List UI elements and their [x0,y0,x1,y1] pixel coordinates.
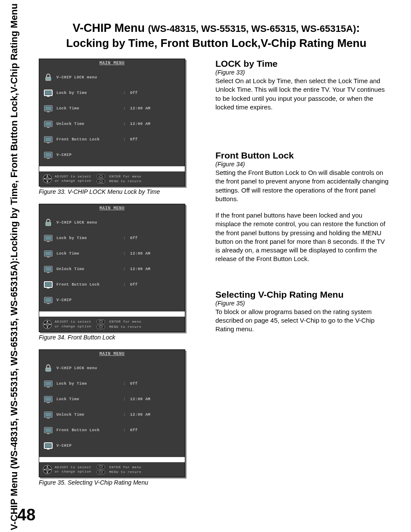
svg-rect-11 [45,137,51,141]
menu-row-sep: : [122,283,127,287]
menu-row-2[interactable]: Unlock Time:12:00 AM [44,116,181,132]
menu-row-sep: : [122,106,127,111]
menu-row-sep: : [122,137,127,142]
figure-35-screenshot: MAIN MENUV-CHIP LOCK menuLock by Time:Of… [39,349,185,477]
menu-row-4[interactable]: V-CHIP [44,438,181,454]
front-button-lock-body2: If the front panel buttons have been loc… [215,211,389,264]
lock-icon [44,364,53,373]
nav-dpad-icon [43,320,52,329]
menu-row-1[interactable]: Lock Time:12:00 AM [44,101,181,116]
title-models: (WS-48315, WS-55315, WS-65315, WS-65315A… [148,23,356,34]
menu-row-label: Lock Time [56,252,119,256]
menu-row-label: Unlock Time [56,267,119,271]
vchip-rating-figref: (Figure 35) [215,300,389,307]
menu-row-2[interactable]: Unlock Time:12:00 AM [44,261,181,277]
screenshot-footer: ADJUST to selector change optionENTER fo… [39,457,185,477]
menu-row-label: Lock Time [56,106,119,111]
svg-point-17 [46,177,49,180]
tv-icon [44,264,53,274]
menu-row-label: Lock by Time [56,382,119,386]
menu-row-1[interactable]: Lock Time:12:00 AM [44,392,181,407]
figure-35-caption: Figure 35. Selecting V-Chip Rating Menu [39,479,185,486]
svg-rect-38 [45,382,51,386]
menu-row-0[interactable]: Lock by Time:Off [44,230,181,246]
svg-rect-20 [45,236,51,240]
screenshot-footer: ADJUST to selector change optionENTER fo… [39,166,185,186]
menu-button-icon [97,470,105,474]
menu-row-2[interactable]: Unlock Time:12:00 AM [44,407,181,423]
svg-rect-48 [47,433,50,434]
menu-row-3[interactable]: Front Button Lock:Off [44,423,181,438]
footer-right-text: ENTER for menuMENU to return [109,465,141,474]
menu-row-3[interactable]: Front Button Lock:Off [44,132,181,147]
svg-rect-24 [47,257,50,258]
menu-row-value: 12:00 AM [130,106,150,111]
tv-icon [44,104,53,113]
footer-buttons [97,465,105,474]
svg-rect-30 [47,288,50,289]
figure-33-screenshot: MAIN MENUV-CHIP LOCK menuLock by Time:Of… [39,59,185,187]
footer-buttons [97,174,105,184]
svg-rect-2 [45,91,51,95]
tv-icon [44,395,53,404]
menu-row-label: Lock by Time [56,91,119,95]
svg-rect-23 [45,252,51,255]
svg-rect-32 [45,298,51,302]
screenshot-footer: ADJUST to selector change optionENTER fo… [39,311,185,331]
menu-row-0[interactable]: Lock by Time:Off [44,376,181,392]
tv-icon [44,280,53,289]
figure-34-caption: Figure 34. Front Button Lock [39,334,185,341]
menu-row-label: V-CHIP [56,153,119,157]
title-suffix: : [356,22,360,34]
footer-buttons [97,320,105,329]
tv-icon [44,441,53,451]
page-title-line1: V-CHIP Menu (WS-48315, WS-55315, WS-6531… [43,22,389,35]
menu-header-label: V-CHIP LOCK menu [56,366,119,370]
footer-right-text: ENTER for menuMENU to return [109,174,141,184]
nav-dpad-icon [43,174,52,184]
tv-icon [44,150,53,160]
menu-row-sep: : [122,236,127,240]
menu-row-value: 12:00 AM [130,397,150,401]
svg-rect-41 [45,397,51,401]
side-tab-line1: V-CHIP Menu (WS-48315, WS-55315, WS-6531… [9,258,19,531]
menu-row-sep: : [122,252,127,256]
menu-row-value: Off [130,236,138,240]
svg-rect-5 [45,106,51,110]
section-vchip-rating: Selecting V-Chip Rating Menu (Figure 35)… [215,289,389,334]
menu-row-value: Off [130,91,138,95]
tv-icon [44,379,53,389]
menu-row-sep: : [122,122,127,126]
tv-icon [44,135,53,144]
svg-rect-45 [47,418,50,419]
menu-header-row: V-CHIP LOCK menu [44,215,181,230]
menu-row-4[interactable]: V-CHIP [44,292,181,308]
enter-button-icon [97,174,105,178]
footer-adjust-text: ADJUST to selector change option [55,320,91,329]
menu-row-sep: : [122,428,127,432]
figure-34-screenshot: MAIN MENUV-CHIP LOCK menuLock by Time:Of… [39,204,185,332]
menu-row-label: Lock Time [56,397,119,401]
menu-row-1[interactable]: Lock Time:12:00 AM [44,246,181,261]
menu-row-value: Off [130,137,138,142]
svg-rect-3 [47,96,50,97]
svg-rect-6 [47,112,50,112]
menu-row-0[interactable]: Lock by Time:Off [44,85,181,101]
menu-row-3[interactable]: Front Button Lock:Off [44,277,181,292]
menu-header-label: V-CHIP LOCK menu [56,221,119,225]
menu-row-label: Front Button Lock [56,283,119,287]
svg-rect-21 [47,241,50,242]
svg-rect-15 [47,158,50,159]
vchip-rating-heading: Selecting V-Chip Rating Menu [215,289,389,300]
menu-row-4[interactable]: V-CHIP [44,147,181,163]
lock-by-time-figref: (Figure 33) [215,69,389,76]
svg-rect-36 [46,368,51,371]
lock-icon [44,218,53,227]
svg-rect-50 [45,444,51,448]
svg-rect-9 [47,127,50,128]
svg-rect-42 [47,402,50,403]
menu-button-icon [97,179,105,184]
svg-rect-12 [47,143,50,143]
svg-rect-47 [45,428,51,432]
front-button-lock-body1: Setting the Front Button Lock to On will… [215,168,389,203]
